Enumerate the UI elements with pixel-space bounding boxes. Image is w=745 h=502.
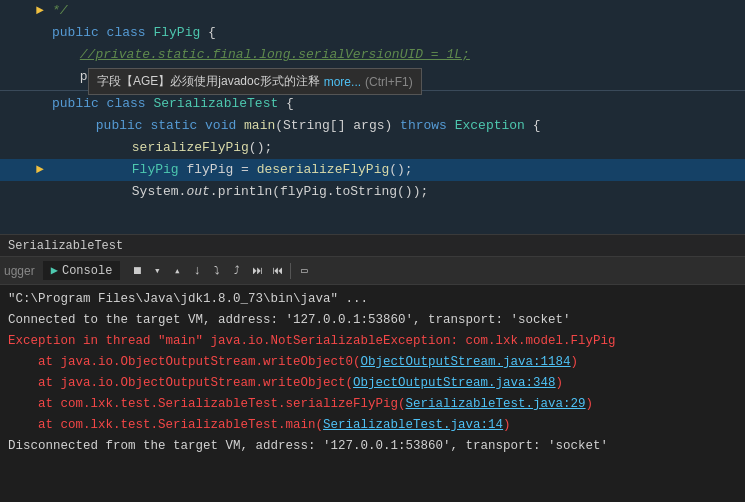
console-prefix: at java.io.ObjectOutputStream.writeObjec… bbox=[8, 355, 361, 369]
line-arrow: ► bbox=[36, 159, 52, 181]
debug-arrow: ► bbox=[36, 0, 52, 22]
debugger-label: ugger bbox=[4, 264, 39, 278]
code-content: public class SerializableTest { bbox=[52, 93, 745, 115]
code-line-5: public class SerializableTest { bbox=[0, 93, 745, 115]
code-line-1: ► */ bbox=[0, 0, 745, 22]
run-to-cursor-icon[interactable]: ⏭ bbox=[248, 262, 266, 280]
clear-icon[interactable]: ▭ bbox=[295, 262, 313, 280]
console-line-3: Exception in thread "main" java.io.NotSe… bbox=[8, 331, 737, 352]
scroll-down-icon[interactable]: ▾ bbox=[148, 262, 166, 280]
console-text: Disconnected from the target VM, address… bbox=[8, 439, 608, 453]
editor-area: ► */ public class FlyPig { //private.sta… bbox=[0, 0, 745, 235]
console-line-8: Disconnected from the target VM, address… bbox=[8, 436, 737, 457]
scroll-up-icon[interactable]: ▴ bbox=[168, 262, 186, 280]
code-line-7: serializeFlyPig(); bbox=[0, 137, 745, 159]
code-line-9: System.out.println(flyPig.toString()); bbox=[0, 181, 745, 203]
tooltip-more[interactable]: more... bbox=[324, 75, 361, 89]
rerun-icon[interactable]: ⏮ bbox=[268, 262, 286, 280]
console-text: Exception in thread "main" java.io.NotSe… bbox=[8, 334, 616, 348]
console-suffix: ) bbox=[586, 397, 594, 411]
step-out-icon[interactable]: ⤴ bbox=[228, 262, 246, 280]
console-suffix: ) bbox=[556, 376, 564, 390]
console-tab[interactable]: ▶ Console bbox=[43, 261, 121, 280]
tooltip: 字段【AGE】必须使用javadoc形式的注释 more... (Ctrl+F1… bbox=[88, 68, 422, 95]
tooltip-shortcut: (Ctrl+F1) bbox=[365, 75, 413, 89]
console-link-1[interactable]: ObjectOutputStream.java:1184 bbox=[361, 355, 571, 369]
code-content: FlyPig flyPig = deserializeFlyPig(); bbox=[52, 159, 745, 181]
console-prefix: at java.io.ObjectOutputStream.writeObjec… bbox=[8, 376, 353, 390]
console-tab-label: Console bbox=[62, 264, 112, 278]
code-content: System.out.println(flyPig.toString()); bbox=[52, 181, 745, 203]
console-line-1: "C:\Program Files\Java\jdk1.8.0_73\bin\j… bbox=[8, 289, 737, 310]
code-content: serializeFlyPig(); bbox=[52, 137, 745, 159]
stop-icon[interactable]: ⏹ bbox=[128, 262, 146, 280]
code-line-3: //private.static.final.long.serialVersio… bbox=[0, 44, 745, 66]
step-into-icon[interactable]: ⤵ bbox=[208, 262, 226, 280]
toolbar-separator bbox=[290, 263, 291, 279]
console-text: "C:\Program Files\Java\jdk1.8.0_73\bin\j… bbox=[8, 292, 368, 306]
code-line-6: public static void main(String[] args) t… bbox=[0, 115, 745, 137]
console-link-2[interactable]: ObjectOutputStream.java:348 bbox=[353, 376, 556, 390]
console-suffix: ) bbox=[503, 418, 511, 432]
code-content: public class FlyPig { bbox=[52, 22, 745, 44]
console-link-4[interactable]: SerializableTest.java:14 bbox=[323, 418, 503, 432]
console-prefix: at com.lxk.test.SerializableTest.seriali… bbox=[8, 397, 406, 411]
step-over-icon[interactable]: ↓ bbox=[188, 262, 206, 280]
breadcrumb: SerializableTest bbox=[8, 239, 123, 253]
code-line-8: ► FlyPig flyPig = deserializeFlyPig(); bbox=[0, 159, 745, 181]
console-prefix: at com.lxk.test.SerializableTest.main( bbox=[8, 418, 323, 432]
console-line-7: at com.lxk.test.SerializableTest.main(Se… bbox=[8, 415, 737, 436]
console-line-5: at java.io.ObjectOutputStream.writeObjec… bbox=[8, 373, 737, 394]
toolbar-icons: ⏹ ▾ ▴ ↓ ⤵ ⤴ ⏭ ⏮ ▭ bbox=[128, 262, 313, 280]
console-line-2: Connected to the target VM, address: '12… bbox=[8, 310, 737, 331]
console-line-4: at java.io.ObjectOutputStream.writeObjec… bbox=[8, 352, 737, 373]
code-content: */ bbox=[52, 0, 745, 22]
code-content: public static void main(String[] args) t… bbox=[52, 115, 745, 137]
console-text: Connected to the target VM, address: '12… bbox=[8, 313, 571, 327]
console-line-6: at com.lxk.test.SerializableTest.seriali… bbox=[8, 394, 737, 415]
breadcrumb-bar: SerializableTest bbox=[0, 235, 745, 257]
console-area: ugger ▶ Console ⏹ ▾ ▴ ↓ ⤵ ⤴ ⏭ ⏮ ▭ "C:\Pr… bbox=[0, 257, 745, 502]
tooltip-text: 字段【AGE】必须使用javadoc形式的注释 bbox=[97, 73, 320, 90]
console-link-3[interactable]: SerializableTest.java:29 bbox=[406, 397, 586, 411]
console-toolbar: ugger ▶ Console ⏹ ▾ ▴ ↓ ⤵ ⤴ ⏭ ⏮ ▭ bbox=[0, 257, 745, 285]
console-suffix: ) bbox=[571, 355, 579, 369]
console-icon: ▶ bbox=[51, 263, 58, 278]
code-line-2: public class FlyPig { bbox=[0, 22, 745, 44]
code-content: //private.static.final.long.serialVersio… bbox=[52, 44, 745, 66]
console-output: "C:\Program Files\Java\jdk1.8.0_73\bin\j… bbox=[0, 285, 745, 502]
